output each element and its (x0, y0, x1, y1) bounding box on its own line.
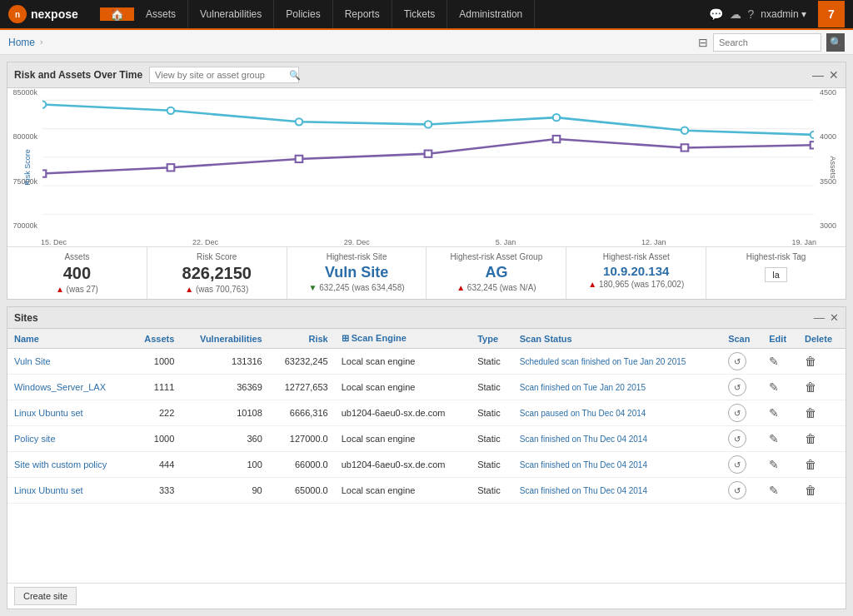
scan-action-icon[interactable]: ↺ (728, 430, 746, 448)
site-status-cell[interactable]: Scan finished on Thu Dec 04 2014 (513, 452, 721, 478)
delete-icon[interactable]: 🗑 (805, 406, 816, 420)
stat-risk-score: Risk Score 826,2150 ▲ (was 700,763) (147, 247, 287, 299)
edit-icon[interactable]: ✎ (769, 484, 779, 497)
site-delete-cell[interactable]: 🗑 (798, 375, 846, 400)
col-scan-status[interactable]: Scan Status (513, 329, 721, 349)
stat-highest-site-value[interactable]: Vuln Site (296, 264, 418, 281)
messages-icon[interactable]: 💬 (709, 7, 723, 21)
nav-policies[interactable]: Policies (274, 0, 332, 28)
site-name-cell[interactable]: Linux Ubuntu set (7, 478, 131, 504)
sites-panel-close[interactable]: ✕ (830, 311, 839, 324)
svg-point-9 (553, 114, 561, 121)
edit-icon[interactable]: ✎ (769, 432, 779, 445)
site-edit-cell[interactable]: ✎ (762, 375, 798, 400)
edit-icon[interactable]: ✎ (769, 355, 779, 368)
stat-highest-tag: Highest-risk Tag la (706, 247, 846, 299)
delete-icon[interactable]: 🗑 (805, 380, 816, 394)
search-button[interactable]: 🔍 (826, 33, 845, 52)
home-nav-button[interactable]: 🏠 (100, 7, 134, 21)
site-edit-cell[interactable]: ✎ (762, 349, 798, 375)
scan-action-icon[interactable]: ↺ (728, 378, 746, 396)
search-input[interactable] (713, 33, 821, 52)
y-left-top: 85000k (7, 88, 37, 97)
sites-panel-minimize[interactable]: — (814, 311, 825, 324)
col-risk[interactable]: Risk (269, 329, 335, 349)
site-delete-cell[interactable]: 🗑 (798, 478, 846, 504)
delete-icon[interactable]: 🗑 (805, 458, 816, 471)
breadcrumb-home[interactable]: Home (8, 37, 35, 48)
site-delete-cell[interactable]: 🗑 (798, 426, 846, 452)
svg-rect-18 (811, 142, 814, 148)
stat-highest-ag-value[interactable]: AG (435, 264, 557, 281)
edit-icon[interactable]: ✎ (769, 406, 779, 420)
nav-right-actions: 💬 ☁ ? nxadmin ▾ 7 (701, 1, 854, 27)
site-scan-cell[interactable]: ↺ (721, 349, 762, 375)
nav-reports[interactable]: Reports (333, 0, 392, 28)
edit-icon[interactable]: ✎ (769, 380, 779, 394)
cloud-icon[interactable]: ☁ (730, 7, 741, 21)
user-menu[interactable]: nxadmin ▾ (761, 8, 806, 20)
site-edit-cell[interactable]: ✎ (762, 452, 798, 478)
site-delete-cell[interactable]: 🗑 (798, 400, 846, 426)
nav-tickets[interactable]: Tickets (392, 0, 448, 28)
site-name-cell[interactable]: Windows_Server_LAX (7, 375, 131, 400)
delete-icon[interactable]: 🗑 (805, 432, 816, 445)
col-scan-engine[interactable]: ⊞ Scan Engine (335, 329, 471, 349)
risk-panel-minimize[interactable]: — (812, 68, 824, 82)
site-name-cell[interactable]: Policy site (7, 426, 131, 452)
stat-highest-site: Highest-risk Site Vuln Site ▼ 632,245 (w… (287, 247, 427, 299)
site-delete-cell[interactable]: 🗑 (798, 349, 846, 375)
delete-icon[interactable]: 🗑 (805, 355, 816, 368)
y-left-bottom: 70000k (7, 221, 37, 230)
site-scan-cell[interactable]: ↺ (721, 478, 762, 504)
site-type-cell: Static (471, 400, 513, 426)
scan-action-icon[interactable]: ↺ (728, 404, 746, 422)
nav-administration[interactable]: Administration (447, 0, 535, 28)
site-scan-cell[interactable]: ↺ (721, 452, 762, 478)
col-vulnerabilities[interactable]: Vulnerabilities (181, 329, 268, 349)
scan-action-icon[interactable]: ↺ (728, 352, 746, 370)
site-status-cell[interactable]: Scan finished on Thu Dec 04 2014 (513, 426, 721, 452)
stat-highest-asset: Highest-risk Asset 10.9.20.134 ▲ 180,965… (566, 247, 706, 299)
help-icon[interactable]: ? (748, 7, 755, 21)
site-status-cell[interactable]: Scan finished on Tue Jan 20 2015 (513, 375, 721, 400)
site-risk-cell: 66000.0 (269, 452, 335, 478)
site-edit-cell[interactable]: ✎ (762, 400, 798, 426)
site-scan-cell[interactable]: ↺ (721, 400, 762, 426)
delete-icon[interactable]: 🗑 (805, 484, 816, 497)
nav-assets[interactable]: Assets (134, 0, 188, 28)
site-filter-input[interactable] (149, 67, 299, 83)
filter-icon[interactable]: ⊟ (698, 36, 708, 49)
site-name-cell[interactable]: Linux Ubuntu set (7, 400, 131, 426)
site-engine-cell: Local scan engine (335, 375, 471, 400)
scan-action-icon[interactable]: ↺ (728, 455, 746, 474)
col-type[interactable]: Type (471, 329, 513, 349)
svg-point-10 (681, 127, 689, 134)
site-name-cell[interactable]: Vuln Site (7, 349, 131, 375)
scan-action-icon[interactable]: ↺ (728, 481, 746, 499)
site-edit-cell[interactable]: ✎ (762, 478, 798, 504)
site-scan-cell[interactable]: ↺ (721, 426, 762, 452)
site-name-cell[interactable]: Site with custom policy (7, 452, 131, 478)
site-edit-cell[interactable]: ✎ (762, 426, 798, 452)
col-assets[interactable]: Assets (131, 329, 181, 349)
risk-panel-close[interactable]: ✕ (829, 68, 839, 82)
svg-rect-13 (167, 164, 175, 171)
nexpose-logo-icon: n (8, 5, 27, 23)
edit-icon[interactable]: ✎ (769, 458, 779, 471)
sites-panel: Sites — ✕ Name Assets Vulnerabilities Ri… (7, 306, 846, 609)
stat-highest-asset-value[interactable]: 10.9.20.134 (575, 264, 697, 278)
site-delete-cell[interactable]: 🗑 (798, 452, 846, 478)
site-status-cell[interactable]: Scan paused on Thu Dec 04 2014 (513, 400, 721, 426)
site-status-cell[interactable]: Scan finished on Thu Dec 04 2014 (513, 478, 721, 504)
site-type-cell: Static (471, 349, 513, 375)
site-status-cell[interactable]: Scheduled scan finished on Tue Jan 20 20… (513, 349, 721, 375)
site-engine-cell: Local scan engine (335, 478, 471, 504)
site-scan-cell[interactable]: ↺ (721, 375, 762, 400)
table-row: Linux Ubuntu set 333 90 65000.0 Local sc… (7, 478, 846, 504)
create-site-button[interactable]: Create site (14, 587, 77, 605)
nav-vulnerabilities[interactable]: Vulnerabilities (188, 0, 274, 28)
svg-point-5 (42, 101, 46, 107)
col-name[interactable]: Name (7, 329, 131, 349)
risk-assets-panel: Risk and Assets Over Time 🔍 — ✕ 85000k 8… (7, 62, 846, 300)
